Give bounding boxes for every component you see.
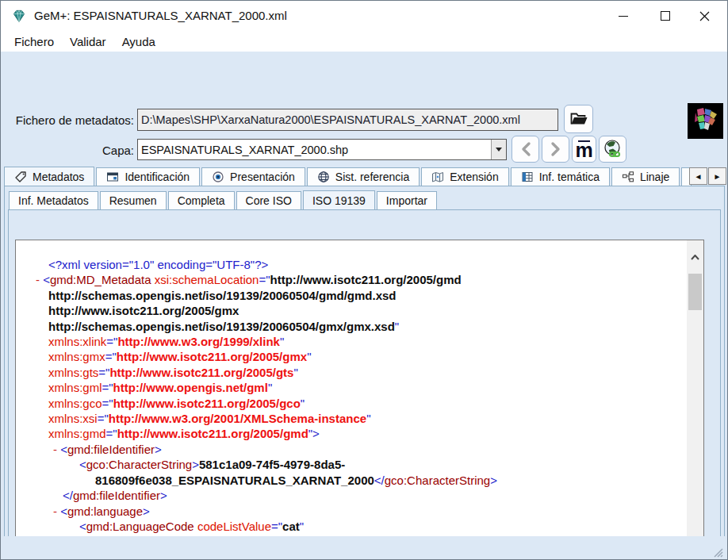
xml-segment: " bbox=[307, 350, 311, 363]
file-label: Fichero de metadatos: bbox=[9, 113, 134, 127]
titlebar: GeM+: ESPAISNATURALS_XARNAT_2000.xml bbox=[1, 1, 727, 31]
xml-segment: > bbox=[143, 504, 150, 518]
collapse-marker[interactable]: - bbox=[53, 443, 60, 456]
maximize-icon bbox=[661, 11, 670, 21]
xml-segment: gmd:MD_Metadata bbox=[50, 273, 155, 286]
tab-presentacion[interactable]: Presentación bbox=[201, 167, 305, 186]
xml-segment: xmlns:gml bbox=[48, 381, 102, 394]
subtab-completa[interactable]: Completa bbox=[168, 191, 235, 209]
close-button[interactable] bbox=[686, 1, 722, 31]
tag-icon bbox=[14, 171, 27, 183]
xml-segment: <?xml version="1.0" encoding="UTF-8"?> bbox=[48, 258, 268, 271]
m-logo-icon: m bbox=[575, 140, 592, 158]
xml-segment: 816809f6e038_ESPAISNATURALS_XARNAT_2000 bbox=[95, 474, 374, 487]
xml-segment: =" bbox=[98, 366, 109, 379]
minimize-button[interactable] bbox=[605, 1, 642, 31]
subtab-inf-metadatos[interactable]: Inf. Metadatos bbox=[9, 191, 98, 209]
menu-item-fichero[interactable]: Fichero bbox=[9, 33, 59, 50]
xml-line: http://schemas.opengis.net/iso/19139/200… bbox=[16, 288, 687, 303]
dropdown-arrow-icon bbox=[496, 148, 502, 152]
xml-segment: < bbox=[79, 458, 86, 471]
subtab-core-iso[interactable]: Core ISO bbox=[236, 191, 301, 209]
tab-sist-referencia[interactable]: Sist. referencia bbox=[307, 167, 420, 186]
open-file-button[interactable] bbox=[564, 105, 593, 133]
xml-segment: xmlns:gmx bbox=[48, 350, 105, 363]
app-window: GeM+: ESPAISNATURALS_XARNAT_2000.xml Fic… bbox=[0, 0, 728, 560]
xml-segment: http://www.w3.org/2001/XMLSchema-instanc… bbox=[109, 412, 366, 425]
xml-line: xmlns:xlink="http://www.w3.org/1999/xlin… bbox=[16, 334, 687, 349]
xml-segment: " bbox=[301, 397, 305, 410]
tab-inf-tematica[interactable]: Inf. temática bbox=[511, 167, 610, 186]
collapse-marker[interactable]: - bbox=[36, 273, 43, 286]
xml-line: 816809f6e038_ESPAISNATURALS_XARNAT_2000<… bbox=[16, 473, 687, 488]
resize-grip[interactable] bbox=[712, 547, 723, 558]
tab-extension[interactable]: Extensión bbox=[421, 167, 508, 186]
xml-segment: =" bbox=[271, 520, 282, 533]
xml-viewer: <?xml version="1.0" encoding="UTF-8"?>- … bbox=[15, 240, 704, 560]
xml-line: <gco:CharacterString>581c1a09-74f5-4979-… bbox=[16, 457, 687, 472]
xml-segment: > bbox=[490, 474, 497, 487]
maximize-button[interactable] bbox=[647, 1, 684, 31]
miramon-button[interactable]: m bbox=[572, 136, 596, 163]
file-path-input[interactable] bbox=[137, 109, 558, 131]
xml-segment: " bbox=[293, 366, 297, 379]
xml-segment: xmlns:xsi bbox=[48, 412, 98, 425]
xml-line: http://schemas.opengis.net/iso/19139/200… bbox=[16, 319, 687, 334]
arrow-left-icon: ◄ bbox=[695, 172, 703, 181]
v-scrollbar[interactable] bbox=[687, 240, 703, 558]
client-area: Fichero de metadatos: Capa: bbox=[1, 52, 727, 560]
xml-segment: gco:CharacterString bbox=[385, 474, 490, 487]
tab-identificacion[interactable]: Identificación bbox=[96, 167, 200, 186]
xml-segment: gmd:LanguageCode bbox=[86, 520, 197, 533]
xml-segment: xsi:schemaLocation bbox=[155, 273, 259, 286]
subtab-iso-19139[interactable]: ISO 19139 bbox=[303, 190, 375, 209]
xml-segment: http://schemas.opengis.net/iso/19139/200… bbox=[48, 289, 397, 302]
xml-segment: " bbox=[280, 335, 284, 348]
combo-value: ESPAISNATURALS_XARNAT_2000.shp bbox=[138, 144, 491, 156]
web-link-button[interactable] bbox=[599, 136, 626, 163]
main-tabstrip: Metadatos Identificación Presentación bbox=[4, 167, 692, 186]
xml-segment: http://www.isotc211.org/2005/gmx bbox=[48, 304, 239, 317]
xml-segment: > bbox=[160, 489, 167, 502]
xml-line: </gmd:fileIdentifier> bbox=[16, 488, 687, 503]
xml-segment: </ bbox=[63, 489, 73, 502]
chevron-up-icon bbox=[691, 255, 699, 260]
id-card-icon bbox=[106, 171, 119, 183]
xml-segment: "> bbox=[308, 427, 320, 440]
tab-scroll-right-button[interactable]: ► bbox=[708, 167, 726, 185]
next-layer-button[interactable] bbox=[542, 136, 569, 163]
menu-item-ayuda[interactable]: Ayuda bbox=[117, 33, 161, 50]
tab-metadatos[interactable]: Metadatos bbox=[4, 167, 94, 186]
tab-linaje[interactable]: Linaje bbox=[611, 167, 680, 186]
xml-segment: > bbox=[155, 443, 162, 456]
map-icon bbox=[431, 171, 444, 183]
menubar: Fichero Validar Ayuda bbox=[1, 31, 727, 52]
xml-segment: " bbox=[268, 381, 272, 394]
scroll-up-button[interactable] bbox=[687, 250, 703, 264]
tab-scroll-left-button[interactable]: ◄ bbox=[689, 167, 707, 185]
layer-combobox[interactable]: ESPAISNATURALS_XARNAT_2000.shp bbox=[137, 139, 507, 160]
v-scroll-thumb[interactable] bbox=[688, 274, 702, 310]
globe-grid-icon bbox=[317, 171, 330, 183]
xml-segment: " bbox=[300, 520, 304, 533]
xml-segment: xmlns:gco bbox=[48, 397, 102, 410]
xml-line: xmlns:gml="http://www.opengis.net/gml" bbox=[16, 380, 687, 395]
app-logo bbox=[688, 103, 723, 139]
xml-segment: gmd:fileIdentifier bbox=[73, 489, 160, 502]
xml-segment: 581c1a09-74f5-4979-8da5- bbox=[199, 458, 345, 471]
xml-segment: </ bbox=[374, 474, 385, 487]
combo-dropdown-button[interactable] bbox=[491, 140, 506, 159]
hierarchy-icon bbox=[622, 171, 634, 183]
folder-open-icon bbox=[569, 111, 588, 127]
subtab-importar[interactable]: Importar bbox=[377, 191, 437, 209]
menu-item-validar[interactable]: Validar bbox=[64, 33, 112, 50]
xml-segment: < bbox=[43, 273, 50, 286]
prev-layer-button[interactable] bbox=[512, 136, 539, 163]
xml-segment: =" bbox=[106, 335, 117, 348]
xml-segment: http://www.isotc211.org/2005/gco bbox=[113, 397, 301, 410]
xml-segment: > bbox=[192, 458, 199, 471]
collapse-marker[interactable]: - bbox=[53, 504, 60, 518]
xml-line: xmlns:gmx="http://www.isotc211.org/2005/… bbox=[16, 349, 687, 364]
subtab-resumen[interactable]: Resumen bbox=[100, 191, 167, 209]
xml-line: http://www.isotc211.org/2005/gmx bbox=[16, 303, 687, 318]
